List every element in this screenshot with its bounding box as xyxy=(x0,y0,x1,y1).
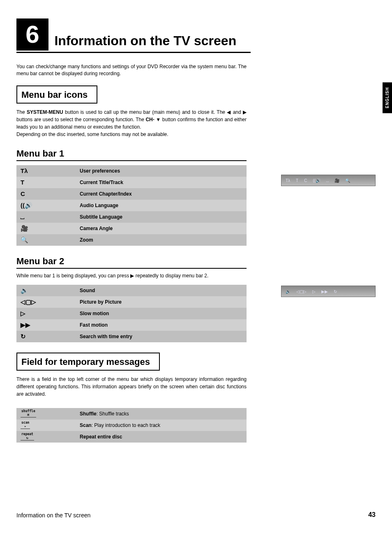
subtitle-lang-icon: ⎵ xyxy=(326,178,329,183)
title-track-icon: T xyxy=(21,179,24,186)
chapter-index-icon: C xyxy=(304,178,307,183)
section-heading-temp-messages: Field for temporary messages xyxy=(16,353,160,371)
menu-bar-2-intro: While menu bar 1 is being displayed, you… xyxy=(16,273,247,279)
chapter-header: 6 Information on the TV screen xyxy=(16,16,376,48)
label: Zoom xyxy=(78,234,247,246)
scan-icon: scan▸ xyxy=(21,421,30,429)
menu-bar-icons-text: The SYSTEM-MENU button is used to call u… xyxy=(16,108,247,138)
zoom-icon: 🔍 xyxy=(21,236,28,243)
label: Scan: Play introduction to each track xyxy=(78,420,247,431)
ch-button-label: CH- xyxy=(145,117,154,122)
table-row: 🎥Camera Angle xyxy=(16,223,247,234)
text-frag: While menu bar 1 is being displayed, you… xyxy=(16,273,130,279)
system-menu-button-label: SYSTEM-MENU xyxy=(27,109,63,115)
intro-text: You can check/change many functions and … xyxy=(16,63,247,77)
title-track-icon: T xyxy=(296,178,298,183)
table-row: 🔈Sound xyxy=(16,285,247,296)
text-frag: button is used to call up the menu bar (… xyxy=(63,109,227,115)
section-heading-menu-bar-icons: Menu bar icons xyxy=(16,85,97,104)
camera-angle-icon: 🎥 xyxy=(21,225,28,232)
table-row: ⎵Subtitle Language xyxy=(16,211,247,223)
subtitle-lang-icon: ⎵ xyxy=(21,213,24,220)
shuffle-icon: shuffle⤭ xyxy=(21,410,36,418)
label: Repeat entire disc xyxy=(78,431,247,443)
table-row: ▷Slow motion xyxy=(16,308,247,319)
page-number: 43 xyxy=(368,511,376,519)
table-row: 🔍Zoom xyxy=(16,234,247,246)
user-prefs-icon: Tλ xyxy=(286,178,290,183)
sound-icon: 🔈 xyxy=(286,289,291,294)
label: Subtitle Language xyxy=(78,211,247,223)
label: Camera Angle xyxy=(78,223,247,234)
language-tab: ENGLISH xyxy=(383,82,392,113)
camera-angle-icon: 🎥 xyxy=(334,178,339,183)
page-title: Information on the TV screen xyxy=(54,33,236,48)
text-frag: and xyxy=(231,109,243,115)
slow-motion-icon: ▷ xyxy=(21,310,25,317)
label: Picture by Picture xyxy=(78,296,247,308)
chapter-number-badge: 6 xyxy=(16,18,48,51)
fast-motion-icon: ▶▶ xyxy=(21,321,30,328)
text-frag: The xyxy=(16,109,27,115)
picture-by-picture-icon: ◁▢▷ xyxy=(296,289,307,294)
menu-bar-2-illustration: 🔈 ◁▢▷ ▷ ▶▶ ↻ xyxy=(281,286,376,297)
time-search-icon: ↻ xyxy=(21,333,26,340)
chapter-index-icon: C xyxy=(21,190,25,197)
label: Current Chapter/Index xyxy=(78,188,247,200)
audio-lang-icon: ((🔊 xyxy=(21,202,32,209)
title-rule xyxy=(16,52,251,53)
zoom-icon: 🔍 xyxy=(345,178,350,183)
slow-motion-icon: ▷ xyxy=(312,289,316,294)
text-frag: repeatedly to display menu bar 2. xyxy=(134,273,208,279)
table-row: TCurrent Title/Track xyxy=(16,177,247,188)
text-frag: Depending on the disc inserted, some fun… xyxy=(16,131,168,137)
table-row: scan▸ Scan: Play introduction to each tr… xyxy=(16,420,247,431)
label: Fast motion xyxy=(78,319,247,331)
repeat-icon: repeat↻ xyxy=(21,433,34,441)
footer-title: Information on the TV screen xyxy=(16,512,90,519)
left-arrow-icon: ◀ xyxy=(227,109,231,115)
label: Audio Language xyxy=(78,200,247,211)
label: Sound xyxy=(78,285,247,296)
table-row: repeat↻ Repeat entire disc xyxy=(16,431,247,443)
right-arrow-icon: ▶ xyxy=(243,109,247,115)
temp-messages-table: shuffle⤭ Shuffle: Shuffle tracks scan▸ S… xyxy=(16,408,247,443)
table-row: ↻Search with time entry xyxy=(16,331,247,342)
time-search-icon: ↻ xyxy=(334,289,337,294)
subheading-menu-bar-1: Menu bar 1 xyxy=(16,148,247,161)
table-row: ((🔊Audio Language xyxy=(16,200,247,211)
text-frag: buttons are used to select the correspon… xyxy=(16,117,145,122)
table-row: TλUser preferences xyxy=(16,165,247,177)
label: Search with time entry xyxy=(78,331,247,342)
fast-motion-icon: ▶▶ xyxy=(321,289,328,294)
user-prefs-icon: Tλ xyxy=(21,167,28,174)
label: User preferences xyxy=(78,165,247,177)
menu-bar-2-table: 🔈Sound ◁▢▷Picture by Picture ▷Slow motio… xyxy=(16,285,247,342)
table-row: ◁▢▷Picture by Picture xyxy=(16,296,247,308)
menu-bar-1-table: TλUser preferences TCurrent Title/Track … xyxy=(16,165,247,246)
picture-by-picture-icon: ◁▢▷ xyxy=(21,298,36,305)
menu-bar-1-illustration: Tλ T C ((🔊 ⎵ 🎥 🔍 xyxy=(281,175,376,186)
label: Current Title/Track xyxy=(78,177,247,188)
temp-messages-text: There is a field in the top left corner … xyxy=(16,376,247,398)
sound-icon: 🔈 xyxy=(21,287,28,294)
subheading-menu-bar-2: Menu bar 2 xyxy=(16,256,247,269)
page-footer: Information on the TV screen 43 xyxy=(16,511,376,519)
table-row: ▶▶Fast motion xyxy=(16,319,247,331)
audio-lang-icon: ((🔊 xyxy=(313,178,321,183)
down-arrow-icon: ▼ xyxy=(156,117,161,122)
label: Slow motion xyxy=(78,308,247,319)
table-row: shuffle⤭ Shuffle: Shuffle tracks xyxy=(16,408,247,420)
table-row: CCurrent Chapter/Index xyxy=(16,188,247,200)
label: Shuffle: Shuffle tracks xyxy=(78,408,247,420)
